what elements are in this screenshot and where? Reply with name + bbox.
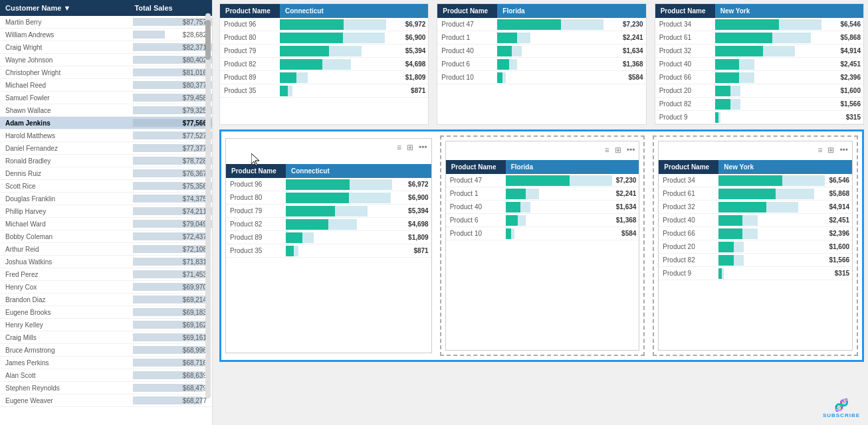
list-item: Product 1 $2,241: [437, 31, 645, 44]
bar-area: $1,566: [718, 254, 852, 266]
bar-value: $2,396: [840, 74, 861, 81]
product-label: Product 89: [226, 232, 286, 242]
bar-fill: [280, 72, 296, 83]
table-row[interactable]: Shawn Wallace $79,325: [0, 104, 212, 117]
table-row[interactable]: Bobby Coleman $72,437: [0, 230, 212, 243]
table-row[interactable]: Craig Wright $82,371: [0, 41, 212, 54]
table-row[interactable]: Christopher Wright $81,016: [0, 66, 212, 79]
table-row[interactable]: Adam Jenkins $77,566: [0, 117, 212, 129]
table-row[interactable]: Ronald Bradley $78,728: [0, 155, 212, 167]
bar-area: $1,600: [715, 85, 863, 97]
bar-fill: [286, 193, 349, 203]
bar-area: $2,451: [718, 214, 852, 226]
list-item: Product 47 $7,230: [446, 174, 639, 187]
table-row[interactable]: Brandon Diaz $69,214: [0, 294, 212, 306]
total-sales-header[interactable]: Total Sales: [129, 0, 212, 16]
product-label: Product 96: [226, 179, 286, 189]
table-row[interactable]: Alan Scott $68,639: [0, 369, 212, 382]
table-row[interactable]: Douglas Franklin $74,375: [0, 193, 212, 205]
subscribe-button[interactable]: 🧬 SUBSCRIBE: [823, 398, 860, 418]
bar-fill: [506, 215, 518, 226]
sales-cell: $68,996: [129, 344, 212, 357]
table-row[interactable]: Henry Kelley $69,162: [0, 319, 212, 331]
table-row[interactable]: Eugene Brooks $69,183: [0, 306, 212, 319]
bar-fill: [718, 215, 742, 226]
sales-cell: $69,214: [129, 294, 212, 306]
florida-header: Florida: [497, 4, 645, 18]
product-label: Product 35: [220, 86, 280, 96]
customer-name-cell: Daniel Fernandez: [0, 142, 129, 155]
fl-expand-icon[interactable]: ⊞: [615, 145, 621, 155]
bar-fill: [718, 255, 734, 266]
table-row[interactable]: Bruce Armstrong $68,996: [0, 344, 212, 357]
table-row[interactable]: Stephen Reynolds $68,479: [0, 382, 212, 394]
scrollbar[interactable]: [205, 13, 211, 398]
table-row[interactable]: William Andrews $28,682: [0, 29, 212, 41]
bar-area: $6,900: [280, 32, 428, 44]
table-row[interactable]: Michael Reed $80,377: [0, 79, 212, 92]
bar-area: $1,600: [718, 241, 852, 253]
customer-table: Customer Name ▼ Total Sales Martin Berry…: [0, 0, 212, 407]
table-row[interactable]: Arthur Reid $72,108: [0, 243, 212, 256]
bar-value: $1,566: [840, 100, 861, 108]
bar-area: $1,809: [286, 232, 431, 244]
bar-value: $1,368: [616, 216, 637, 224]
ny-expand-icon[interactable]: ⊞: [827, 145, 834, 155]
bar-fill: [715, 46, 763, 56]
bar-fill: [497, 72, 502, 83]
bar-value: $5,394: [408, 207, 429, 214]
sales-cell: $77,377: [129, 142, 212, 155]
customer-name-cell: Douglas Franklin: [0, 193, 129, 205]
table-row[interactable]: James Perkins $68,716: [0, 357, 212, 369]
newyork-header: New York: [715, 4, 863, 18]
ct-more-icon[interactable]: •••: [419, 143, 427, 152]
table-row[interactable]: Harold Matthews $77,527: [0, 129, 212, 142]
table-row[interactable]: Fred Perez $71,453: [0, 268, 212, 281]
customer-name-header[interactable]: Customer Name ▼: [0, 0, 129, 16]
sales-cell: $80,377: [129, 79, 212, 92]
bar-value: $1,566: [829, 256, 849, 264]
list-item: Product 40 $2,451: [659, 214, 852, 227]
ct-menu-icon[interactable]: ≡: [397, 143, 401, 152]
list-item: Product 40 $1,634: [446, 201, 639, 214]
bar-value: $584: [628, 74, 643, 81]
table-row[interactable]: Eugene Weaver $68,277: [0, 394, 212, 407]
product-label: Product 66: [655, 72, 715, 82]
florida-mini-chart: Product Name Florida Product 47 $7,230 P…: [437, 3, 646, 125]
fl-menu-icon[interactable]: ≡: [605, 145, 609, 155]
customer-name-cell: Craig Wright: [0, 41, 129, 54]
bar-value: $1,809: [405, 74, 426, 81]
ny-more-icon[interactable]: •••: [839, 145, 848, 155]
bar-value: $315: [835, 270, 849, 277]
table-row[interactable]: Phillip Harvey $74,211: [0, 205, 212, 218]
customer-name-cell: Phillip Harvey: [0, 205, 129, 218]
table-row[interactable]: Henry Cox $69,970: [0, 281, 212, 294]
table-row[interactable]: Dennis Ruiz $76,367: [0, 167, 212, 180]
bar-area: $6,972: [280, 19, 428, 31]
ny-menu-icon[interactable]: ≡: [817, 145, 822, 155]
table-row[interactable]: Wayne Johnson $80,402: [0, 54, 212, 66]
sales-cell: $68,639: [129, 369, 212, 382]
ct-expand-icon[interactable]: ⊞: [407, 143, 413, 152]
scroll-thumb[interactable]: [205, 20, 211, 60]
product-label: Product 34: [655, 19, 715, 29]
table-row[interactable]: Craig Mills $69,161: [0, 331, 212, 344]
table-row[interactable]: Scott Rice $75,356: [0, 180, 212, 193]
bar-area: $1,566: [715, 98, 863, 110]
table-row[interactable]: Michael Ward $79,049: [0, 218, 212, 230]
ny-panel-header: New York: [718, 160, 852, 174]
product-label: Product 6: [437, 59, 497, 69]
sales-cell: $74,375: [129, 193, 212, 205]
list-item: Product 80 $6,900: [226, 191, 431, 205]
list-item: Product 34 $6,546: [655, 18, 863, 31]
table-row[interactable]: Samuel Fowler $79,458: [0, 92, 212, 104]
table-row[interactable]: Daniel Fernandez $77,377: [0, 142, 212, 155]
table-row[interactable]: Martin Berry $87,757: [0, 16, 212, 29]
fl-more-icon[interactable]: •••: [627, 145, 635, 155]
sales-cell: $80,402: [129, 54, 212, 66]
ct-panel-header: Connecticut: [286, 164, 431, 178]
bar-area: $1,809: [280, 72, 428, 84]
bar-value: $4,914: [829, 203, 849, 211]
table-row[interactable]: Joshua Watkins $71,831: [0, 256, 212, 268]
list-item: Product 10 $584: [437, 71, 645, 84]
